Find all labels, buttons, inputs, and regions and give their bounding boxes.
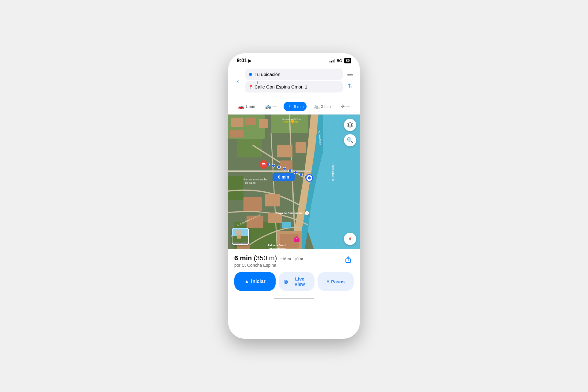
map-container[interactable]: 6 min Parque con cancha de balon Playa d… <box>228 115 360 249</box>
route-via: por C. Concha Espina <box>234 263 343 268</box>
nav-header: ‹ Tu ubicación 📍 Calle Con Espina Cmor, … <box>228 66 360 99</box>
svg-marker-61 <box>347 123 353 125</box>
location-arrow-icon: ▶ <box>248 58 251 63</box>
back-arrow-icon: ‹ <box>237 78 239 85</box>
svg-text:Playa de Campoamar: Playa de Campoamar <box>276 212 304 215</box>
compass-button[interactable] <box>344 233 356 245</box>
flight-label: — <box>346 104 350 109</box>
tab-bike[interactable]: 🚲 2 min <box>311 102 334 111</box>
more-options-button[interactable]: ••• <box>347 72 353 78</box>
route-time: 6 min <box>234 254 252 262</box>
route-info-row: 6 min (350 m) ↑16 m ↓0 m por C. Concha E… <box>234 254 354 268</box>
svg-rect-15 <box>259 119 268 128</box>
svg-marker-62 <box>349 236 351 239</box>
phone-frame: 9:01 ▶ 5G 89 ‹ <box>228 53 360 339</box>
svg-text:Playa Diez Pic: Playa Diez Pic <box>332 164 335 182</box>
svg-text:H: H <box>296 237 298 240</box>
compass-icon <box>347 236 353 242</box>
location-inputs: Tu ubicación 📍 Calle Con Espina Cmor, 1 <box>245 69 343 94</box>
svg-rect-27 <box>282 222 291 228</box>
svg-point-32 <box>288 169 292 172</box>
time-label: 9:01 <box>237 58 247 64</box>
svg-rect-18 <box>280 160 292 170</box>
svg-point-29 <box>272 164 275 167</box>
bike-icon: 🚲 <box>314 104 320 109</box>
streetview-thumbnail[interactable]: ↺ <box>232 228 249 245</box>
nav-row: ‹ Tu ubicación 📍 Calle Con Espina Cmor, … <box>233 69 355 94</box>
destination-input[interactable]: Calle Con Espina Cmor, 1 <box>254 84 339 89</box>
svg-rect-7 <box>228 176 243 200</box>
car-time: 1 min <box>245 104 255 109</box>
liveview-icon: ◎ <box>284 279 288 285</box>
search-icon: 🔍 <box>347 137 353 144</box>
tab-transit[interactable]: 🚌 — <box>262 102 280 111</box>
svg-rect-13 <box>231 118 243 127</box>
svg-text:de balon: de balon <box>245 181 256 184</box>
route-time-distance: 6 min (350 m) ↑16 m ↓0 m <box>234 254 343 262</box>
home-indicator <box>228 295 360 304</box>
svg-point-33 <box>294 171 297 174</box>
svg-text:Mejor valorados: Mejor valorados <box>283 121 298 123</box>
tab-walk[interactable]: 🚶 6 min <box>284 102 307 111</box>
navigation-icon: ▲ <box>244 279 249 284</box>
steps-button[interactable]: ≡ Pasos <box>318 272 354 291</box>
status-bar: 9:01 ▶ 5G 89 <box>228 53 360 66</box>
route-main-info: 6 min (350 m) ↑16 m ↓0 m por C. Concha E… <box>234 254 343 268</box>
share-icon <box>345 256 352 263</box>
bike-time: 2 min <box>321 104 331 109</box>
share-button[interactable] <box>343 254 354 265</box>
svg-text:6 min: 6 min <box>278 175 289 179</box>
search-map-button[interactable]: 🔍 <box>344 134 356 146</box>
start-button[interactable]: ▲ Iniciar <box>234 272 276 291</box>
home-bar <box>274 298 314 299</box>
walk-icon: 🚶 <box>287 104 293 109</box>
steps-label: Pasos <box>331 279 345 284</box>
svg-text:Apartamentos: Apartamentos <box>268 247 286 249</box>
origin-input-row[interactable]: Tu ubicación <box>245 69 343 80</box>
status-right: 5G 89 <box>330 58 351 63</box>
svg-text:Restaurante El Fron: Restaurante El Fron <box>282 118 301 120</box>
origin-input[interactable]: Tu ubicación <box>254 72 339 77</box>
liveview-label: Live View <box>290 276 310 287</box>
steps-icon: ≡ <box>327 279 329 284</box>
tab-car[interactable]: 🚗 1 min <box>235 102 258 111</box>
route-elevation: ↑16 m ↓0 m <box>280 257 303 261</box>
svg-text:Palmera Beach: Palmera Beach <box>268 244 287 247</box>
destination-input-row[interactable]: 📍 Calle Con Espina Cmor, 1 <box>245 81 343 92</box>
svg-rect-20 <box>243 197 262 211</box>
svg-rect-16 <box>230 130 243 138</box>
battery-badge: 89 <box>344 58 351 63</box>
svg-rect-68 <box>236 230 242 235</box>
svg-rect-21 <box>265 194 280 206</box>
streetview-image: ↺ <box>232 228 249 245</box>
layers-button[interactable] <box>344 119 356 131</box>
network-label: 5G <box>337 58 342 63</box>
origin-dot-icon <box>249 73 252 76</box>
route-distance: (350 m) <box>254 254 277 262</box>
back-button[interactable]: ‹ <box>233 76 243 86</box>
layers-icon <box>347 122 353 128</box>
svg-point-40 <box>308 176 311 179</box>
start-label: Iniciar <box>251 279 266 284</box>
flight-icon: ✈ <box>341 104 345 109</box>
tab-flight[interactable]: ✈ — <box>338 102 353 111</box>
svg-rect-19 <box>296 142 306 153</box>
svg-marker-63 <box>349 239 351 241</box>
status-time: 9:01 ▶ <box>237 58 251 64</box>
svg-text:↺: ↺ <box>240 243 242 245</box>
svg-rect-17 <box>277 145 292 157</box>
route-connector <box>257 81 258 84</box>
walk-time: 6 min <box>294 104 304 109</box>
car-icon: 🚗 <box>238 104 244 109</box>
transport-tabs: 🚗 1 min 🚌 — 🚶 6 min 🚲 2 min ✈ — <box>228 99 360 115</box>
svg-text:Parque con cancha: Parque con cancha <box>243 178 267 181</box>
swap-button[interactable]: ⇅ <box>345 81 355 91</box>
liveview-button[interactable]: ◎ Live View <box>279 272 315 291</box>
svg-point-34 <box>300 173 303 176</box>
destination-pin-icon: 📍 <box>249 85 252 89</box>
transit-label: — <box>273 104 277 109</box>
svg-point-31 <box>283 167 286 170</box>
svg-point-30 <box>277 166 281 169</box>
svg-rect-14 <box>245 118 256 125</box>
signal-bars-icon <box>330 59 335 62</box>
